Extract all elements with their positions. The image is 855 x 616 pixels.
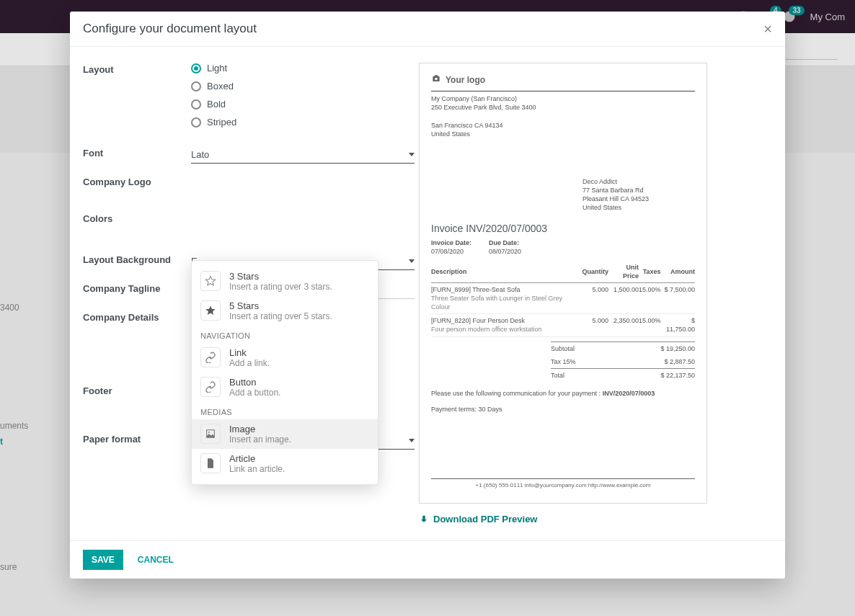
popup-item-image[interactable]: ImageInsert an image. <box>192 419 378 449</box>
star-solid-icon <box>200 300 221 321</box>
download-pdf-link[interactable]: Download PDF Preview <box>419 514 772 525</box>
cancel-button[interactable]: CANCEL <box>133 554 178 566</box>
save-button[interactable]: SAVE <box>83 550 123 570</box>
font-select[interactable]: Lato <box>191 146 415 164</box>
invoice-preview: Your logo My Company (San Francisco) 250… <box>419 63 707 504</box>
chevron-down-icon <box>409 259 415 263</box>
modal-footer: SAVE CANCEL <box>70 540 785 579</box>
popup-group-medias: MEDIAS <box>192 402 378 419</box>
form-column: Layout Light Boxed Bold <box>83 63 415 525</box>
modal-title: Configure your document layout <box>83 22 257 36</box>
camera-icon <box>431 73 441 86</box>
image-icon <box>200 424 221 444</box>
popup-item-button[interactable]: ButtonAdd a button. <box>192 372 378 402</box>
layout-opt-label: Light <box>207 63 227 73</box>
popup-item-article[interactable]: ArticleLink an article. <box>192 449 378 478</box>
label-company-tagline: Company Tagline <box>83 282 191 294</box>
svg-point-1 <box>435 78 438 81</box>
layout-opt-boxed[interactable]: Boxed <box>191 81 415 91</box>
label-company-logo: Company Logo <box>83 175 191 187</box>
close-icon[interactable]: × <box>763 22 772 36</box>
layout-opt-label: Bold <box>207 99 226 110</box>
popup-item-link[interactable]: LinkAdd a link. <box>192 343 378 372</box>
chevron-down-icon <box>409 439 415 442</box>
popup-group-navigation: NAVIGATION <box>192 326 378 343</box>
file-icon <box>200 453 221 473</box>
command-popup: 3 StarsInsert a rating over 3 stars. 5 S… <box>191 260 378 485</box>
font-value: Lato <box>191 149 209 160</box>
layout-opt-label: Boxed <box>207 81 234 91</box>
popup-item-5stars[interactable]: 5 StarsInsert a rating over 5 stars. <box>192 296 378 326</box>
layout-opt-bold[interactable]: Bold <box>191 99 415 110</box>
preview-column: Your logo My Company (San Francisco) 250… <box>419 63 772 525</box>
label-layout: Layout <box>83 63 191 75</box>
modal-overlay: Configure your document layout × Layout … <box>0 0 855 616</box>
link-icon <box>200 377 221 397</box>
label-footer: Footer <box>83 384 191 396</box>
layout-opt-light[interactable]: Light <box>191 63 415 73</box>
link-icon <box>200 347 221 367</box>
label-company-details: Company Details <box>83 311 191 323</box>
layout-opt-label: Striped <box>207 117 236 128</box>
label-colors: Colors <box>83 212 191 224</box>
invoice-title: Invoice INV/2020/07/0003 <box>431 222 695 236</box>
label-font: Font <box>83 146 191 159</box>
logo-text: Your logo <box>446 74 485 86</box>
layout-opt-striped[interactable]: Striped <box>191 117 415 128</box>
star-outline-icon <box>200 271 221 291</box>
label-layout-bg: Layout Background <box>83 253 191 265</box>
popup-item-3stars[interactable]: 3 StarsInsert a rating over 3 stars. <box>192 267 378 296</box>
modal-header: Configure your document layout × <box>70 12 785 47</box>
svg-point-0 <box>208 432 210 433</box>
label-paper-format: Paper format <box>83 432 191 445</box>
modal: Configure your document layout × Layout … <box>70 12 785 579</box>
chevron-down-icon <box>409 153 415 156</box>
